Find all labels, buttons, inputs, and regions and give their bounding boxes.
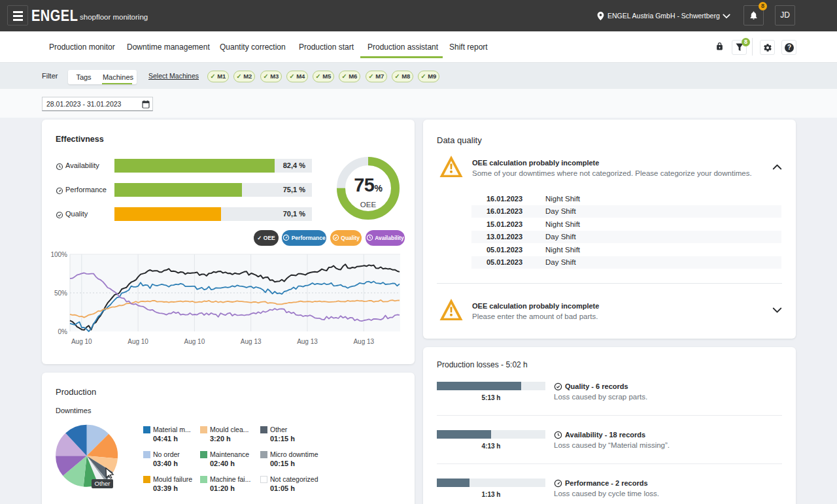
- svg-text:Aug 10: Aug 10: [184, 338, 205, 345]
- svg-text:Aug 13: Aug 13: [241, 338, 262, 345]
- svg-text:Aug 13: Aug 13: [353, 338, 374, 345]
- svg-text:Aug 13: Aug 13: [297, 338, 318, 345]
- svg-text:Aug 10: Aug 10: [128, 338, 148, 345]
- svg-text:0%: 0%: [58, 328, 68, 335]
- svg-text:50%: 50%: [54, 290, 67, 297]
- svg-text:100%: 100%: [50, 251, 67, 258]
- svg-text:Aug 10: Aug 10: [71, 338, 92, 345]
